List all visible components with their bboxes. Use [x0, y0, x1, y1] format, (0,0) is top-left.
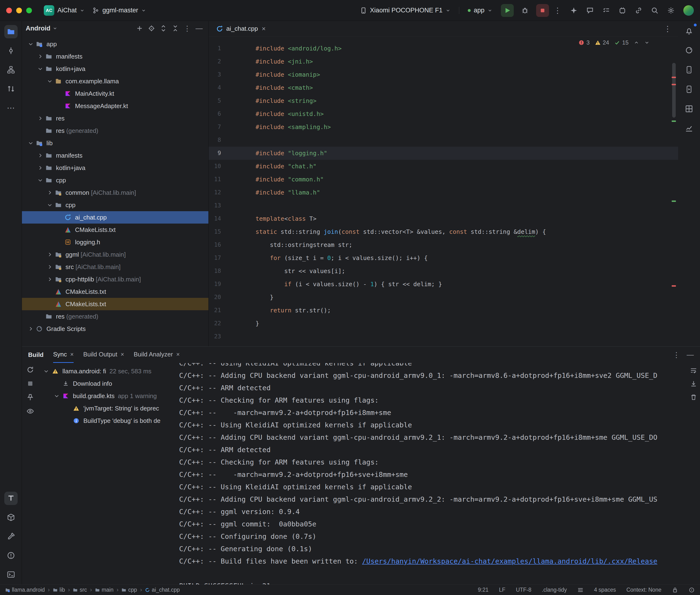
close-tab-icon[interactable]: × [121, 351, 124, 358]
tree-item-cpp[interactable]: cpp [22, 199, 208, 211]
clang-tidy-indicator[interactable]: .clang-tidy [542, 587, 567, 593]
macos-minimize-button[interactable] [16, 8, 22, 13]
error-stripe-mark[interactable] [672, 77, 676, 78]
code-line[interactable]: 19 if (i < values.size() - 1) { str << d… [208, 278, 678, 291]
tree-item-res[interactable]: res (generated) [22, 310, 208, 322]
tree-chevron-icon[interactable] [36, 164, 45, 171]
inspections-widget[interactable]: 3 24 15 [579, 39, 649, 46]
scroll-to-end-icon[interactable] [690, 380, 697, 387]
ide-status-icon[interactable] [689, 587, 695, 593]
passed-indicator[interactable]: 15 [614, 39, 628, 46]
indent-indicator[interactable]: 4 spaces [594, 587, 616, 593]
run-button[interactable] [501, 4, 514, 17]
caret-position[interactable]: 9:21 [478, 587, 488, 593]
code-line[interactable]: 12#include "llama.h" [208, 186, 678, 199]
locate-file-icon[interactable] [146, 23, 157, 34]
preview-icon[interactable] [26, 407, 34, 415]
run-configuration-selector[interactable]: app [464, 5, 496, 16]
build-tree-item-download-info[interactable]: Download info [38, 377, 178, 390]
code-line[interactable]: 6#include <unistd.h> [208, 107, 678, 120]
error-stripe-mark[interactable] [672, 84, 676, 85]
commit-tool-icon[interactable] [4, 44, 18, 57]
expand-all-icon[interactable] [158, 23, 169, 34]
code-line[interactable]: 7#include <sampling.h> [208, 120, 678, 134]
errors-indicator[interactable]: 3 [579, 39, 589, 46]
code-line[interactable]: 17 for (size_t i = 0; i < values.size();… [208, 251, 678, 264]
code-line[interactable]: 16 std::ostringstream str; [208, 238, 678, 251]
code-line[interactable]: 21 return str.str(); [208, 304, 678, 317]
tree-item-cmakelists-txt[interactable]: CMakeLists.txt [22, 298, 208, 310]
task-list-icon[interactable] [603, 7, 610, 14]
line-ending-indicator[interactable]: LF [499, 587, 505, 593]
warnings-indicator[interactable]: 24 [595, 39, 609, 46]
tree-item-manifests[interactable]: manifests [22, 50, 208, 63]
collapse-all-icon[interactable] [170, 23, 181, 34]
device-manager-tool-icon[interactable] [682, 63, 696, 77]
code-line[interactable]: 23 [208, 330, 678, 343]
build-tab-build-analyzer[interactable]: Build Analyzer× [134, 347, 179, 363]
lock-icon[interactable] [672, 587, 678, 593]
problems-tool-icon[interactable] [4, 549, 18, 562]
project-tool-icon[interactable] [4, 25, 18, 38]
console-link[interactable]: /Users/hanyin/Workspace/ai-chat/examples… [362, 557, 657, 565]
code-line[interactable]: 8 [208, 134, 678, 147]
tree-item-src[interactable]: src [AiChat.lib.main] [22, 261, 208, 273]
breadcrumb-item-cpp[interactable]: cpp [121, 587, 137, 593]
context-indicator[interactable]: Context: None [626, 587, 662, 593]
tree-chevron-icon[interactable] [36, 53, 45, 60]
tree-chevron-icon[interactable] [45, 78, 54, 85]
code-line[interactable]: 3#include <iomanip> [208, 68, 678, 81]
code-line[interactable]: 15static std::string join(const std::vec… [208, 225, 678, 238]
build-tree-item-build-gradle-kts[interactable]: build.gradle.ktsapp 1 warning [38, 390, 178, 402]
tree-item-logging-h[interactable]: logging.h [22, 236, 208, 248]
error-stripe-mark[interactable] [672, 200, 676, 202]
build-tab-sync[interactable]: Sync× [53, 347, 74, 363]
tree-item-manifests[interactable]: manifests [22, 149, 208, 162]
structure-tool-icon[interactable] [4, 63, 18, 77]
terminal-tool-icon[interactable] [4, 568, 18, 581]
build-tree-item-llama-android-fi[interactable]: llama.android: fi22 sec, 583 ms [38, 365, 178, 377]
breadcrumb-item-llama-android[interactable]: llama.android [5, 587, 45, 593]
code-line[interactable]: 2#include <jni.h> [208, 55, 678, 68]
code-line[interactable]: 18 str << values[i]; [208, 264, 678, 278]
code-review-icon[interactable] [586, 7, 594, 14]
tree-chevron-icon[interactable] [36, 65, 45, 73]
tree-item-gradle-scripts[interactable]: Gradle Scripts [22, 322, 208, 335]
editor-tab[interactable]: ai_chat.cpp × [210, 21, 272, 36]
build-tree-item-buildtype-debug-is-both-de[interactable]: BuildType 'debug' is both de [38, 415, 178, 427]
running-devices-tool-icon[interactable] [682, 83, 696, 96]
soft-wrap-icon[interactable] [690, 367, 697, 374]
tree-item-cpp-httplib[interactable]: cpp-httplib [AiChat.lib.main] [22, 273, 208, 285]
tree-item-ggml[interactable]: ggml [AiChat.lib.main] [22, 248, 208, 261]
code-line[interactable]: 5#include <string> [208, 94, 678, 107]
debug-button[interactable] [519, 4, 531, 17]
macos-zoom-button[interactable] [26, 8, 32, 13]
options-kebab-icon[interactable]: ⋮ [182, 23, 193, 34]
tree-chevron-icon[interactable] [45, 201, 54, 208]
tree-chevron-icon[interactable] [45, 189, 54, 196]
tree-chevron-icon[interactable] [36, 115, 45, 122]
code-line[interactable]: 4#include <cmath> [208, 81, 678, 94]
breadcrumb-item-src[interactable]: src [73, 587, 87, 593]
code-line[interactable]: 11#include "common.h" [208, 173, 678, 186]
breadcrumb-item-lib[interactable]: lib [53, 587, 65, 593]
stop-button[interactable] [536, 4, 549, 17]
minimize-build-window-icon[interactable]: — [687, 351, 694, 359]
tree-chevron-icon[interactable] [52, 393, 61, 399]
tree-item-mainactivity-kt[interactable]: MainActivity.kt [22, 87, 208, 100]
search-icon[interactable] [651, 7, 659, 14]
build-tab-build-output[interactable]: Build Output× [83, 347, 124, 363]
tree-chevron-icon[interactable] [36, 177, 45, 184]
tree-item-messageadapter-kt[interactable]: MessageAdapter.kt [22, 100, 208, 112]
build-options-kebab-icon[interactable]: ⋮ [673, 351, 680, 359]
settings-gear-icon[interactable] [667, 7, 675, 14]
plugins-icon[interactable] [619, 7, 626, 14]
close-tab-icon[interactable]: × [70, 351, 74, 358]
notifications-icon[interactable] [682, 24, 696, 37]
breadcrumb-item-main[interactable]: main [95, 587, 114, 593]
tree-item-ai-chat-cpp[interactable]: ai_chat.cpp [22, 211, 208, 224]
encoding-indicator[interactable]: UTF-8 [516, 587, 531, 593]
tree-item-lib[interactable]: lib [22, 137, 208, 149]
tree-item-com-example-llama[interactable]: com.example.llama [22, 75, 208, 87]
macos-close-button[interactable] [6, 8, 12, 13]
